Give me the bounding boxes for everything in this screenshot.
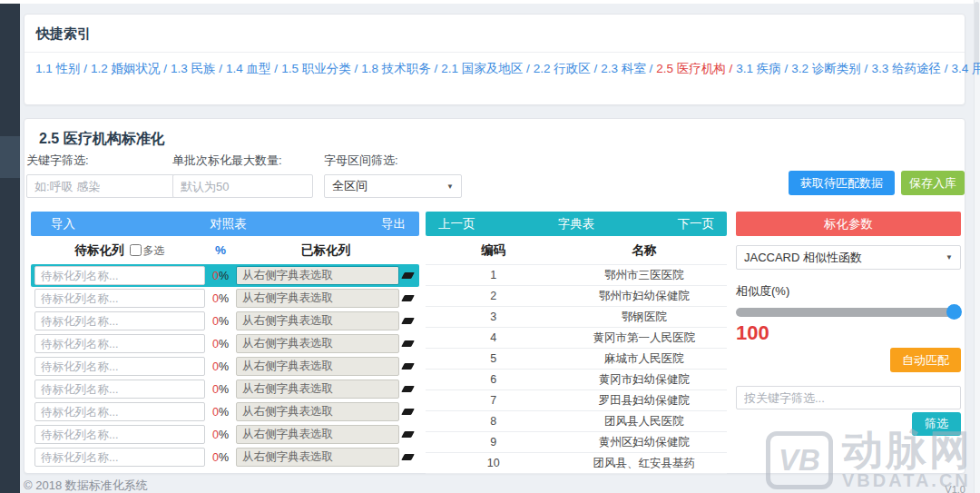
match-percent: 0% (205, 360, 236, 373)
eraser-icon-shape (401, 386, 415, 392)
prev-page-button[interactable]: 上一页 (438, 216, 475, 232)
quick-index-link[interactable]: 1.8 技术职务 / (361, 62, 437, 75)
match-percent: 0% (205, 292, 236, 305)
target-dictionary-select[interactable]: 从右侧字典表选取 (236, 402, 399, 421)
match-percent-value: 0 (212, 270, 219, 282)
left-nav-active-item[interactable] (0, 136, 20, 178)
match-percent-unit: % (219, 292, 229, 305)
dictionary-row-code: 2 (426, 290, 561, 302)
eraser-icon-shape (401, 272, 415, 279)
target-dictionary-select[interactable]: 从右侧字典表选取 (236, 448, 399, 467)
source-name-input[interactable] (34, 402, 205, 421)
dictionary-row-code: 9 (426, 436, 561, 449)
dictionary-row[interactable]: 1鄂州市三医医院 (426, 265, 727, 286)
dictionary-row[interactable]: 9黄州区妇幼保健院 (426, 432, 727, 453)
source-name-input[interactable] (34, 448, 205, 467)
eraser-icon[interactable] (399, 318, 416, 324)
dictionary-row[interactable]: 4黄冈市第一人民医院 (426, 328, 727, 349)
quick-index-link[interactable]: 2.3 科室 / (601, 62, 652, 75)
dictionary-row-name: 团风县、红安县基药 (561, 456, 727, 471)
batch-size-input[interactable] (172, 174, 313, 198)
similarity-function-select[interactable]: JACCARD 相似性函数 ▼ (736, 245, 961, 270)
dictionary-panel-header: 上一页 字典表 下一页 (426, 212, 727, 236)
dictionary-row[interactable]: 5麻城市人民医院 (426, 349, 727, 370)
save-button[interactable]: 保存入库 (901, 171, 965, 195)
letter-range-select[interactable]: 全区间 ▼ (324, 174, 462, 198)
eraser-icon[interactable] (399, 363, 416, 370)
quick-index-link[interactable]: 3.1 疾病 / (736, 62, 788, 75)
dictionary-row-name: 黄冈市第一人民医院 (561, 330, 727, 346)
target-dictionary-select[interactable]: 从右侧字典表选取 (236, 380, 399, 399)
eraser-icon-shape (401, 431, 415, 438)
similarity-function-value: JACCARD 相似性函数 (744, 250, 862, 266)
code-column-header: 编码 (426, 242, 561, 259)
source-name-input[interactable] (34, 357, 205, 376)
dictionary-row[interactable]: 6黄冈市妇幼保健院 (426, 370, 727, 390)
quick-index-link[interactable]: 3.2 诊断类别 / (791, 62, 867, 75)
quick-index-link[interactable]: 2.1 国家及地区 / (441, 62, 530, 75)
quick-index-link[interactable]: 1.1 性别 / (35, 62, 87, 75)
auto-match-button[interactable]: 自动匹配 (890, 348, 961, 372)
quick-index-link[interactable]: 1.5 职业分类 / (281, 62, 358, 75)
source-name-input[interactable] (34, 266, 205, 285)
scrollbar-thumb[interactable] (975, 2, 979, 65)
dictionary-row[interactable]: 8团风县人民医院 (426, 411, 727, 432)
eraser-icon[interactable] (399, 454, 416, 460)
target-dictionary-select[interactable]: 从右侧字典表选取 (236, 425, 399, 444)
quick-index-link[interactable]: 3.4 用药原因分类 / (951, 62, 980, 75)
eraser-icon[interactable] (399, 340, 416, 347)
quick-index-link[interactable]: 1.4 血型 / (226, 62, 278, 75)
target-dictionary-select[interactable]: 从右侧字典表选取 (236, 357, 399, 376)
eraser-icon[interactable] (399, 272, 416, 279)
source-name-input[interactable] (34, 380, 205, 399)
dictionary-row-name: 黄州区妇幼保健院 (561, 435, 727, 450)
fetch-data-button[interactable]: 获取待匹配数据 (789, 171, 895, 195)
source-name-input[interactable] (34, 425, 205, 444)
quick-index-link[interactable]: 1.2 婚姻状况 / (91, 62, 167, 75)
eraser-icon[interactable] (399, 409, 416, 415)
next-page-button[interactable]: 下一页 (678, 216, 715, 232)
target-dictionary-select[interactable]: 从右侧字典表选取 (236, 289, 399, 308)
batch-size-label: 单批次标化最大数量: (172, 153, 313, 169)
dictionary-filter-input[interactable] (736, 386, 961, 409)
keyword-filter-input[interactable] (26, 174, 175, 198)
match-percent: 0% (205, 429, 236, 441)
dictionary-row[interactable]: 3鄂钢医院 (426, 307, 727, 328)
source-name-input[interactable] (34, 334, 205, 353)
watermark: VB 动脉网 VBDATA.CN (766, 431, 973, 491)
chevron-down-icon: ▼ (446, 182, 454, 191)
dictionary-panel-title: 字典表 (558, 216, 595, 232)
quick-index-link[interactable]: 2.2 行政区 / (534, 62, 598, 75)
mapping-column-headers: 待标化列多选 % 已标化列 (31, 236, 419, 264)
dictionary-row[interactable]: 10团风县、红安县基药 (426, 453, 727, 474)
quick-index-link[interactable]: 2.5 医疗机构 / (656, 62, 732, 75)
source-name-input[interactable] (34, 311, 205, 330)
quick-index-link[interactable]: 1.3 民族 / (171, 62, 222, 75)
similarity-label: 相似度(%) (736, 283, 961, 300)
vb-logo-icon: VB (766, 431, 833, 489)
slider-thumb[interactable] (946, 304, 962, 320)
target-dictionary-select[interactable]: 从右侧字典表选取 (236, 311, 399, 330)
dictionary-row[interactable]: 7罗田县妇幼保健院 (426, 390, 727, 411)
export-button[interactable]: 导出 (381, 216, 406, 232)
eraser-icon[interactable] (399, 431, 416, 438)
match-percent-value: 0 (212, 429, 219, 441)
similarity-value: 100 (736, 321, 961, 345)
similarity-slider[interactable] (736, 308, 961, 317)
match-percent-unit: % (219, 406, 229, 419)
source-name-input[interactable] (34, 289, 205, 308)
quick-index-title: 快捷索引 (24, 15, 965, 52)
target-dictionary-select[interactable]: 从右侧字典表选取 (236, 266, 399, 285)
import-button[interactable]: 导入 (51, 216, 75, 232)
match-percent-value: 0 (212, 292, 219, 305)
target-dictionary-select[interactable]: 从右侧字典表选取 (236, 334, 399, 353)
dictionary-row[interactable]: 2鄂州市妇幼保健院 (426, 286, 727, 307)
quick-index-link[interactable]: 3.3 给药途径 / (871, 62, 947, 75)
standardization-card: 2.5 医疗机构标准化 关键字筛选: 单批次标化最大数量: 字母区间筛选: 全区… (24, 118, 965, 474)
eraser-icon[interactable] (399, 295, 416, 301)
mapping-row: 0%从右侧字典表选取 (31, 423, 419, 446)
eraser-icon[interactable] (399, 386, 416, 392)
match-percent-unit: % (219, 338, 229, 350)
mapping-row: 0%从右侧字典表选取 (31, 400, 419, 423)
multi-select-checkbox[interactable] (130, 244, 142, 256)
